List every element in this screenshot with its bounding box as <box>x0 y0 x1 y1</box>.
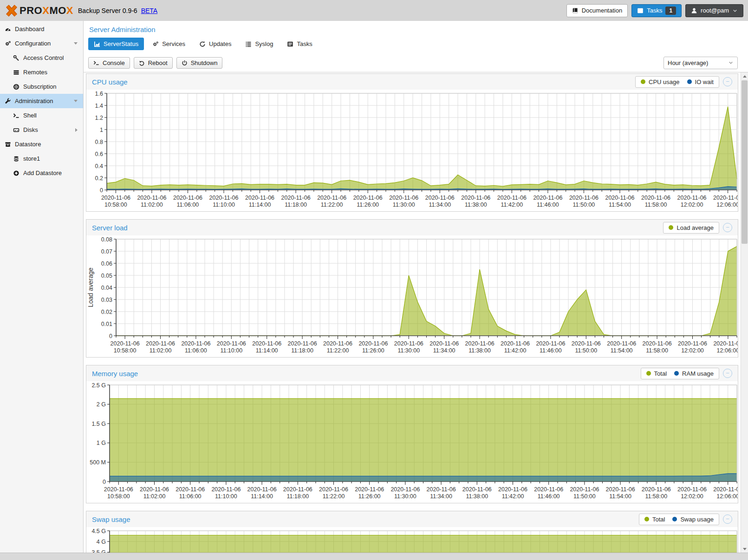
brand-segment: MO <box>49 5 66 16</box>
scrollbar-thumb[interactable] <box>741 80 748 244</box>
svg-text:11:26:00: 11:26:00 <box>362 347 384 354</box>
vertical-scrollbar[interactable] <box>741 72 748 553</box>
svg-text:11:30:00: 11:30:00 <box>397 347 420 354</box>
svg-text:11:38:00: 11:38:00 <box>466 493 488 500</box>
svg-text:2020-11-06: 2020-11-06 <box>353 195 383 201</box>
legend-item-total[interactable]: Total <box>646 370 667 377</box>
svg-text:2020-11-06: 2020-11-06 <box>140 486 169 493</box>
legend-item-load-average[interactable]: Load average <box>669 224 714 231</box>
sidebar-item-subscription[interactable]: Subscription <box>0 79 83 94</box>
svg-text:2020-11-06: 2020-11-06 <box>319 486 348 493</box>
chevron-down-icon[interactable] <box>74 42 78 45</box>
legend-item-total[interactable]: Total <box>644 516 665 523</box>
svg-text:11:50:00: 11:50:00 <box>575 347 597 354</box>
sidebar-item-shell[interactable]: Shell <box>0 108 83 123</box>
sidebar-item-dashboard[interactable]: Dashboard <box>0 22 83 36</box>
svg-text:11:02:00: 11:02:00 <box>141 202 163 208</box>
svg-text:2020-11-06: 2020-11-06 <box>104 486 133 493</box>
swap-usage-panel: Swap usageTotalSwap usage−0500 M1 G1.5 G… <box>86 511 738 553</box>
svg-text:0.4: 0.4 <box>95 163 103 169</box>
sidebar-item-label: Shell <box>23 112 37 119</box>
svg-text:11:02:00: 11:02:00 <box>150 347 172 354</box>
svg-text:11:06:00: 11:06:00 <box>179 493 202 500</box>
svg-text:11:54:00: 11:54:00 <box>609 493 631 500</box>
panel-title: Server load <box>92 224 128 232</box>
svg-text:2020-11-06: 2020-11-06 <box>498 486 527 493</box>
svg-text:2020-11-06: 2020-11-06 <box>536 340 565 347</box>
legend-label: Total <box>654 370 667 377</box>
swap-usage-panel-header: Swap usageTotalSwap usage− <box>86 511 738 527</box>
tab-tasks[interactable]: Tasks <box>281 38 318 50</box>
svg-text:2020-11-06: 2020-11-06 <box>572 340 601 347</box>
sidebar-item-administration[interactable]: Administration <box>0 94 83 108</box>
legend-label: Load average <box>676 224 714 231</box>
tab-serverstatus[interactable]: ServerStatus <box>88 38 144 50</box>
legend-label: CPU usage <box>649 78 679 85</box>
refresh-icon <box>199 41 206 47</box>
svg-text:2020-11-06: 2020-11-06 <box>181 340 210 347</box>
tab-syslog[interactable]: Syslog <box>240 38 279 50</box>
sidebar-item-access-control[interactable]: Access Control <box>0 51 83 65</box>
svg-text:2020-11-06: 2020-11-06 <box>389 195 418 201</box>
svg-text:11:50:00: 11:50:00 <box>573 202 595 208</box>
collapse-panel-icon[interactable]: − <box>723 514 732 524</box>
svg-text:11:06:00: 11:06:00 <box>177 202 199 208</box>
app-viewport: PROXMOX Backup Server 0.9-6 BETA Documen… <box>0 0 748 560</box>
collapse-panel-icon[interactable]: − <box>723 223 732 232</box>
chevron-down-icon <box>732 8 738 13</box>
sidebar-item-store1[interactable]: store1 <box>0 151 83 166</box>
scroll-down-arrow-icon[interactable] <box>741 545 748 553</box>
svg-text:11:34:00: 11:34:00 <box>429 202 451 208</box>
remotes-icon <box>13 69 20 76</box>
documentation-button[interactable]: Documentation <box>566 4 628 17</box>
svg-text:11:30:00: 11:30:00 <box>394 493 416 500</box>
button-label: Reboot <box>148 59 168 66</box>
svg-text:11:02:00: 11:02:00 <box>143 493 166 500</box>
chevron-right-icon[interactable] <box>75 128 78 132</box>
chevron-down-icon[interactable] <box>74 100 78 102</box>
svg-text:0.05: 0.05 <box>101 273 112 279</box>
legend-dot-icon <box>644 517 649 521</box>
user-label: root@pam <box>701 7 729 14</box>
svg-text:1: 1 <box>100 127 103 133</box>
brand-wordmark: PROXMOX <box>20 5 73 17</box>
svg-text:4.5 G: 4.5 G <box>91 528 106 534</box>
svg-text:1 G: 1 G <box>97 440 106 446</box>
tab-services[interactable]: Services <box>147 38 191 50</box>
button-label: Console <box>103 59 125 66</box>
legend-item-ram-usage[interactable]: RAM usage <box>674 370 714 377</box>
svg-text:11:14:00: 11:14:00 <box>256 347 278 354</box>
svg-text:2020-11-06: 2020-11-06 <box>358 340 388 347</box>
collapse-panel-icon[interactable]: − <box>723 369 732 378</box>
legend-item-cpu-usage[interactable]: CPU usage <box>641 78 679 85</box>
console-button[interactable]: Console <box>88 57 130 69</box>
svg-text:11:30:00: 11:30:00 <box>393 202 415 208</box>
tasks-button[interactable]: Tasks 1 <box>631 4 682 17</box>
legend-label: IO wait <box>695 78 714 85</box>
user-menu-button[interactable]: root@pam <box>685 4 743 17</box>
chevron-down-icon <box>728 60 734 65</box>
reboot-button[interactable]: Reboot <box>134 57 173 69</box>
scroll-up-arrow-icon[interactable] <box>741 72 748 80</box>
database-icon <box>13 156 20 162</box>
wrench-icon <box>5 98 11 104</box>
range-select[interactable]: Hour (average) <box>663 57 738 69</box>
svg-text:2020-11-06: 2020-11-06 <box>677 486 707 493</box>
beta-link[interactable]: BETA <box>141 7 158 14</box>
sidebar-item-label: Add Datastore <box>23 169 62 176</box>
collapse-panel-icon[interactable]: − <box>723 77 732 86</box>
svg-text:2020-11-06: 2020-11-06 <box>390 486 420 493</box>
legend-item-swap-usage[interactable]: Swap usage <box>672 516 714 523</box>
tab-updates[interactable]: Updates <box>194 38 237 50</box>
svg-text:1.4: 1.4 <box>95 103 103 109</box>
sidebar-item-disks[interactable]: Disks <box>0 123 83 137</box>
legend-dot-icon <box>687 79 692 84</box>
shutdown-button[interactable]: Shutdown <box>176 57 223 69</box>
svg-text:11:06:00: 11:06:00 <box>185 347 207 354</box>
legend-item-io-wait[interactable]: IO wait <box>687 78 714 85</box>
sidebar-item-datastore[interactable]: Datastore <box>0 137 83 151</box>
sidebar-item-remotes[interactable]: Remotes <box>0 65 83 79</box>
sidebar-item-add-datastore[interactable]: Add Datastore <box>0 166 83 180</box>
sidebar-item-configuration[interactable]: Configuration <box>0 36 83 51</box>
toolbar: ConsoleRebootShutdown Hour (average) <box>84 53 748 72</box>
